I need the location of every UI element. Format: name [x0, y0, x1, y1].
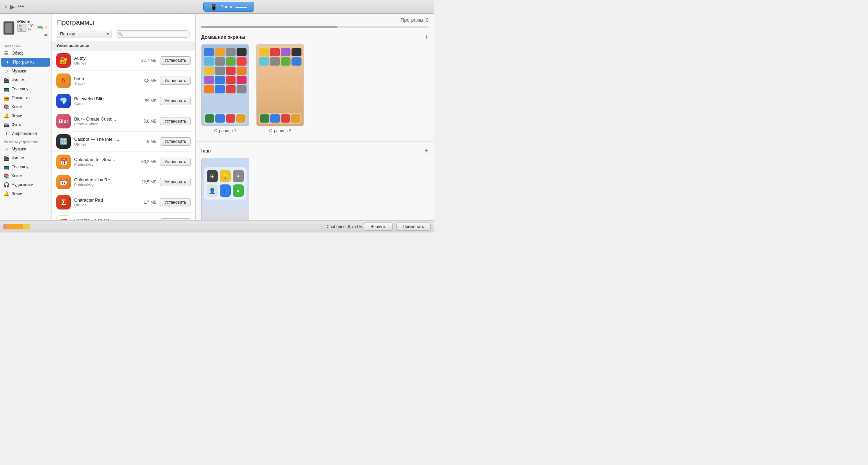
characterpad-size: 1,7 МБ — [136, 200, 157, 205]
music-icon[interactable]: ♪ — [4, 3, 7, 10]
section-divider — [196, 141, 434, 142]
battery-percent: 100 % — [28, 24, 36, 32]
phone-screenshot-1[interactable] — [201, 44, 249, 126]
sidebar-item-podcasts[interactable]: 📻 Подкасты — [0, 93, 51, 102]
sidebar-item-photos[interactable]: 📷 Фото — [0, 120, 51, 129]
chrome-info: Chrome - web bro... Utilities — [74, 218, 133, 220]
bejeweled-install-btn[interactable]: Установить — [160, 97, 191, 105]
sidebar-item-device-sounds[interactable]: 🔔 Звуки — [0, 189, 51, 198]
scroll-track[interactable] — [201, 26, 429, 28]
sidebar-item-music[interactable]: ♫ Музыка — [0, 67, 51, 76]
calcbot-category: Utilities — [74, 142, 133, 146]
device-books-icon: 📚 — [3, 173, 9, 179]
been-icon: b — [56, 73, 71, 88]
been-install-btn[interactable]: Установить — [160, 77, 191, 85]
calcbot-size: 9 МБ — [136, 139, 157, 144]
calendars5-size: 36,2 МБ — [136, 159, 157, 164]
device-books-label: Книги — [12, 173, 22, 178]
device-movies-label: Фильмы — [12, 156, 27, 160]
category-header: Универсальные — [52, 41, 195, 50]
device-info: iPhone 16 ГБ 100 % ⚡ ⏏ — [0, 16, 51, 40]
sidebar-item-device-books[interactable]: 📚 Книги — [0, 171, 51, 180]
overview-icon: ☰ — [3, 50, 9, 56]
sidebar-item-books[interactable]: 📚 Книги — [0, 102, 51, 111]
characterpad-install-btn[interactable]: Установить — [160, 198, 191, 206]
home-screens-label: Домашние экраны — [201, 34, 245, 40]
eject-icon[interactable]: ⏏ — [44, 32, 48, 37]
sidebar-item-sounds[interactable]: 🔔 Звуки — [0, 111, 51, 120]
authy-install-btn[interactable]: Установить — [160, 56, 191, 65]
bottom-buttons: Вернуть Применить — [364, 223, 431, 231]
sidebar-item-device-music[interactable]: ♫ Музыка — [0, 145, 51, 154]
app-row-authy[interactable]: 🔐 Authy Utilities 27,7 МБ Установить — [52, 50, 195, 71]
calcbot-info: Calcbot — The Intelli... Utilities — [74, 137, 133, 146]
device-movies-icon: 🎬 — [3, 155, 9, 161]
device-label: iPhone — [219, 4, 233, 9]
apply-button[interactable]: Применить — [396, 223, 431, 231]
sidebar-item-tv[interactable]: 📺 Телешоу — [0, 84, 51, 93]
app-row-calcbot[interactable]: 🔢 Calcbot — The Intelli... Utilities 9 М… — [52, 132, 195, 152]
info-label: Информация — [12, 131, 37, 136]
blur-size: 5,8 МБ — [136, 119, 157, 124]
sidebar-item-device-movies[interactable]: 🎬 Фильмы — [0, 154, 51, 162]
device-tv-icon: 📺 — [3, 164, 9, 170]
device-music-icon: ♫ — [3, 146, 9, 152]
app-row-chrome[interactable]: Chrome - web bro... Utilities 48,5 МБ Ус… — [52, 213, 195, 220]
video-icon[interactable]: ▶ — [10, 3, 15, 11]
calendarsplus-install-btn[interactable]: Установить — [160, 178, 191, 186]
add-home-screen-btn[interactable]: + — [424, 34, 429, 41]
phone-screenshot-2[interactable] — [256, 44, 304, 126]
authy-info: Authy Utilities — [74, 56, 133, 65]
sounds-icon: 🔔 — [3, 113, 9, 118]
app-row-characterpad[interactable]: Σ Character Pad Utilities 1,7 МБ Установ… — [52, 192, 195, 213]
podcasts-label: Подкасты — [12, 95, 30, 100]
calendars5-install-btn[interactable]: Установить — [160, 158, 191, 166]
bejeweled-icon: 💎 — [56, 94, 71, 108]
screen-others: ⊞ 💡 ✦ 👤 👥 ● — [201, 158, 249, 220]
device-tv-label: Телешоу — [12, 165, 28, 169]
chrome-install-btn[interactable]: Установить — [160, 218, 191, 220]
app-row-calendarsplus[interactable]: 📆 Calendars+ by Re... Productivity 22,5 … — [52, 172, 195, 192]
been-category: Travel — [74, 81, 133, 86]
sidebar-item-apps[interactable]: ✦ Программы — [1, 58, 50, 67]
sidebar-item-device-tv[interactable]: 📺 Телешоу — [0, 162, 51, 171]
movies-label: Фильмы — [12, 78, 27, 82]
filter-select-container[interactable]: По типу ▼ — [57, 30, 112, 38]
chrome-name: Chrome - web bro... — [74, 218, 133, 220]
device-sounds-label: Звуки — [12, 191, 22, 196]
audiobooks-label: Аудиокниги — [12, 182, 34, 187]
sidebar-item-overview[interactable]: ☰ Обзор — [0, 49, 51, 58]
books-icon: 📚 — [3, 104, 9, 110]
app-row-calendars5[interactable]: 📅 Calendars 5 - Sma... Productivity 36,2… — [52, 152, 195, 172]
calcbot-install-btn[interactable]: Установить — [160, 137, 191, 146]
phone-screenshot-others[interactable]: ⊞ 💡 ✦ 👤 👥 ● — [201, 158, 249, 220]
revert-button[interactable]: Вернуть — [364, 223, 393, 231]
calcbot-name: Calcbot — The Intelli... — [74, 137, 133, 142]
info-icon: ℹ — [3, 131, 9, 136]
storage-free-label: Свободно: 9,75 ГБ — [324, 224, 364, 229]
blur-install-btn[interactable]: Установить — [160, 117, 191, 125]
bejeweled-info: Bejeweled Blitz Games — [74, 96, 133, 106]
filter-select[interactable]: По типу — [57, 30, 112, 38]
app-row-been[interactable]: b been Travel 3,8 МБ Установить — [52, 71, 195, 91]
sidebar-item-info[interactable]: ℹ Информация — [0, 129, 51, 138]
bottom-bar: Свободно: 9,75 ГБ Вернуть Применить — [0, 220, 434, 232]
device-music-label: Музыка — [12, 147, 26, 151]
more-icon[interactable]: ••• — [18, 3, 24, 10]
app-row-bejeweled[interactable]: 💎 Bejeweled Blitz Games 59 МБ Установить — [52, 91, 195, 111]
app-list-panel: Программы По типу ▼ 🔍 Универсальные — [52, 14, 196, 220]
sidebar-item-movies[interactable]: 🎬 Фильмы — [0, 76, 51, 84]
device-sounds-icon: 🔔 — [3, 191, 9, 196]
sidebar-item-audiobooks[interactable]: 🎧 Аудиокниги — [0, 180, 51, 189]
iphone-icon: 📱 — [210, 3, 217, 10]
authy-icon: 🔐 — [56, 53, 71, 68]
apps-label: Программы — [13, 60, 35, 65]
scrollbar-area[interactable] — [196, 24, 434, 30]
app-row-blur[interactable]: Blur Blur - Create Custo... Photo & Vide… — [52, 111, 195, 132]
add-other-btn[interactable]: + — [424, 147, 429, 154]
scroll-thumb[interactable] — [201, 26, 338, 28]
search-input[interactable] — [124, 32, 187, 36]
music-label: Музыка — [12, 69, 26, 73]
device-button[interactable]: 📱 iPhone ▬▬▬ — [203, 2, 254, 12]
bejeweled-size: 59 МБ — [136, 99, 157, 103]
